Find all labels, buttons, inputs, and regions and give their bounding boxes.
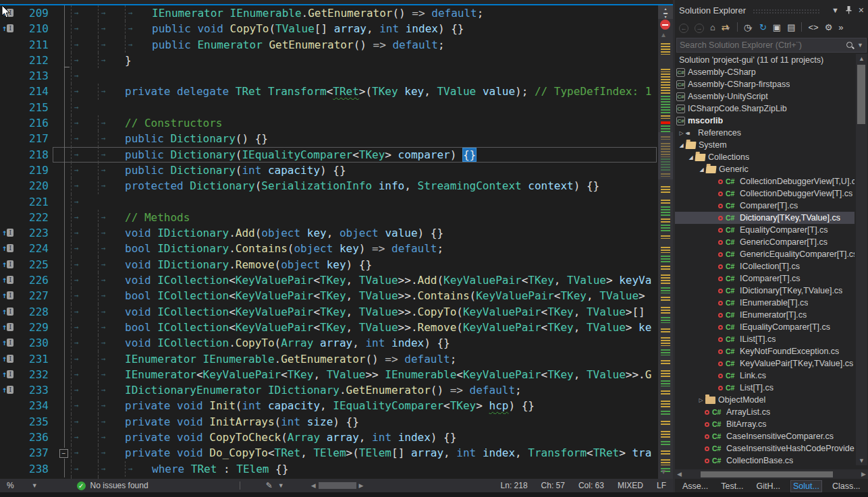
override-indicator-icon[interactable]: ↑I — [0, 367, 19, 382]
expander-collapsed-icon[interactable]: ▷ — [697, 397, 705, 403]
scroll-up-arrow-icon[interactable]: ▲ — [859, 55, 865, 62]
code-lines-area[interactable]: ↑I209→→→IEnumerator IEnumerable.GetEnume… — [0, 5, 673, 479]
code-line[interactable]: 220→→protected Dictionary(SerializationI… — [0, 178, 673, 194]
code-line[interactable]: 219→→public Dictionary(int capacity) {} — [0, 163, 673, 178]
tree-item[interactable]: C#IList[T].cs — [675, 333, 855, 345]
fold-collapse-button[interactable]: − — [59, 449, 68, 458]
override-indicator-icon[interactable]: ↑I — [0, 257, 19, 272]
override-indicator-icon[interactable]: ↑I — [0, 241, 19, 256]
view-code-button[interactable]: <> — [808, 21, 818, 34]
override-indicator-icon[interactable]: ↑I — [0, 272, 19, 288]
code-line[interactable]: ↑I224→→bool IDictionary.Contains(object … — [0, 241, 673, 256]
code-line[interactable]: ↑I226→→void ICollection<KeyValuePair<TKe… — [0, 272, 673, 288]
code-line[interactable]: 216→→// Constructors — [0, 115, 673, 131]
pin-icon[interactable] — [846, 6, 852, 14]
tree-item[interactable]: C#ICSharpCode.SharpZipLib — [675, 103, 855, 115]
code-line[interactable]: 214→→private delegate TRet Transform<TRe… — [0, 84, 673, 99]
collapse-all-button[interactable]: ▣ — [773, 21, 781, 34]
editor-horizontal-scrollbar[interactable]: ◀ ▶ — [311, 482, 491, 489]
tree-item[interactable]: C#CollectionDebuggerView[T,U].cs — [675, 175, 855, 187]
forward-button[interactable]: → — [695, 21, 704, 33]
sync-with-active-document-button[interactable]: ↻ — [759, 21, 767, 34]
tree-item[interactable]: C#EqualityComparer[T].cs — [675, 224, 855, 236]
code-line[interactable]: ↑I231→→IEnumerator IEnumerable.GetEnumer… — [0, 351, 673, 367]
tree-item[interactable]: C#CollectionBase.cs — [675, 455, 855, 467]
tree-vertical-scrollbar[interactable]: ▲ ▼ — [856, 54, 867, 465]
solution-explorer-titlebar[interactable]: Solution Explorer ▼ × — [675, 0, 868, 18]
code-line[interactable]: 213→ — [0, 68, 673, 84]
override-indicator-icon[interactable]: ↑I — [0, 382, 19, 398]
scroll-left-arrow-icon[interactable]: ◀ — [311, 482, 316, 489]
tree-item[interactable]: C#BitArray.cs — [675, 418, 855, 430]
tree-item[interactable]: C#Link.cs — [675, 370, 855, 382]
code-line[interactable]: ↑I227→→bool ICollection<KeyValuePair<TKe… — [0, 288, 673, 303]
scroll-down-arrow-icon[interactable]: ▼ — [660, 468, 667, 475]
chevron-down-icon[interactable]: ▼ — [748, 26, 753, 32]
tree-item[interactable]: C#IEqualityComparer[T].cs — [675, 321, 855, 333]
tree-item[interactable]: C#KeyNotFoundException.cs — [675, 345, 855, 357]
tree-item[interactable]: C#Assembly-UnityScript — [675, 90, 855, 103]
tree-item[interactable]: C#IEnumerable[T].cs — [675, 297, 855, 309]
zoom-control[interactable]: % ▼ — [0, 479, 45, 492]
tree-item[interactable]: C#CollectionDebuggerView[T].cs — [675, 187, 855, 200]
scroll-right-arrow-icon[interactable]: ▶ — [359, 482, 364, 489]
code-line[interactable]: ↑I229→→bool ICollection<KeyValuePair<TKe… — [0, 320, 673, 335]
override-indicator-icon[interactable]: ↑I — [0, 304, 19, 320]
horizontal-scrollbar-thumb[interactable] — [319, 482, 356, 489]
tool-window-tab[interactable]: Test... — [719, 481, 745, 492]
code-line[interactable]: ↑I209→→→IEnumerator IEnumerable.GetEnume… — [0, 5, 673, 21]
scroll-down-arrow-icon[interactable]: ▼ — [859, 457, 865, 464]
code-line[interactable]: 218→→public Dictionary(IEqualityComparer… — [0, 147, 673, 163]
override-indicator-icon[interactable]: ↑I — [0, 335, 19, 351]
override-indicator-icon[interactable]: ↑I — [0, 288, 19, 303]
override-indicator-icon[interactable]: ↑I — [0, 21, 19, 36]
code-line[interactable]: ↑I230→→void ICollection.CopyTo(Array arr… — [0, 335, 673, 351]
overflow-button[interactable]: » — [838, 21, 843, 34]
search-icon[interactable] — [846, 41, 855, 50]
editor-splitter-handle[interactable]: ▴▬▾ — [658, 5, 673, 19]
tool-window-tab[interactable]: Class... — [830, 481, 863, 492]
code-line[interactable]: ↑I233→→IDictionaryEnumerator IDictionary… — [0, 382, 673, 398]
expander-expanded-icon[interactable]: ◢ — [697, 167, 706, 173]
expander-expanded-icon[interactable]: ◢ — [677, 142, 686, 148]
code-line[interactable]: 212→→} — [0, 53, 673, 68]
chevron-down-icon[interactable]: ▼ — [278, 482, 284, 489]
tree-item[interactable]: ◢Generic — [675, 163, 855, 175]
search-input[interactable] — [677, 40, 846, 50]
properties-button[interactable]: ⚙ — [825, 21, 833, 34]
code-line[interactable]: ↑I225→→void IDictionary.Remove(object ke… — [0, 257, 673, 272]
chevron-down-icon[interactable]: ▼ — [726, 26, 731, 32]
tool-window-tab[interactable]: Asse... — [680, 481, 710, 492]
tree-item[interactable]: C#mscorlib — [675, 115, 855, 127]
home-button[interactable]: ⌂ — [710, 21, 715, 34]
tree-item[interactable]: ◢Collections — [675, 151, 855, 163]
tree-item[interactable]: C#ArrayList.cs — [675, 406, 855, 418]
code-line[interactable]: 221→ — [0, 194, 673, 210]
expander-collapsed-icon[interactable]: ▷ — [677, 130, 686, 136]
pending-changes-filter-button[interactable]: ◷▼ — [744, 21, 753, 34]
tree-item[interactable]: C#Dictionary[TKey,TValue].cs — [675, 212, 855, 224]
tree-item[interactable]: C#IDictionary[TKey,TValue].cs — [675, 285, 855, 297]
search-box[interactable]: ▼ — [676, 38, 867, 53]
tree-item[interactable]: ▷▪■References — [675, 127, 855, 139]
switch-views-button[interactable]: ⇄▼ — [722, 21, 731, 34]
window-position-chevron-icon[interactable]: ▼ — [832, 6, 839, 14]
code-line[interactable]: ↑I232→→IEnumerator<KeyValuePair<TKey, TV… — [0, 367, 673, 382]
tree-scrollbar-thumb[interactable] — [857, 65, 865, 124]
code-line[interactable]: 217→→public Dictionary() {} — [0, 131, 673, 146]
code-line[interactable]: 215→ — [0, 100, 673, 115]
code-line[interactable]: 222→→// Methods — [0, 210, 673, 225]
code-line[interactable]: ↑I223→→void IDictionary.Add(object key, … — [0, 225, 673, 241]
code-line[interactable]: 238→→→where TRet : TElem {} — [0, 461, 673, 477]
override-indicator-icon[interactable]: ↑I — [0, 351, 19, 367]
expander-expanded-icon[interactable]: ◢ — [686, 154, 695, 160]
override-indicator-icon[interactable]: ↑I — [0, 320, 19, 335]
tree-item[interactable]: C#IEnumerator[T].cs — [675, 309, 855, 321]
tree-item[interactable]: C#ICollection[T].cs — [675, 260, 855, 272]
issues-indicator[interactable]: ✓ No issues found — [77, 481, 148, 490]
tree-item[interactable]: C#CaseInsensitiveHashCodeProvider.cs — [675, 442, 855, 455]
tree-item[interactable]: Solution 'project-gui' (11 of 11 project… — [675, 54, 855, 66]
tree-item[interactable]: C#IComparer[T].cs — [675, 272, 855, 285]
tree-item[interactable]: C#CaseInsensitiveComparer.cs — [675, 430, 855, 442]
chevron-down-icon[interactable]: ▼ — [32, 482, 38, 489]
